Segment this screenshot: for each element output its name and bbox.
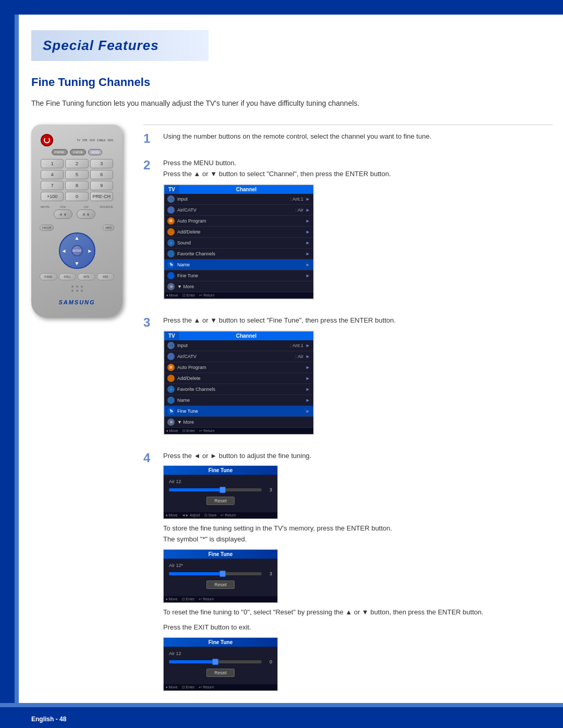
info-button[interactable]: INFO <box>103 225 114 231</box>
adddelete-icon-2 <box>167 375 175 382</box>
ft-header-2: Fine Tune <box>164 550 277 559</box>
favch-button[interactable]: FAV.CH <box>40 225 54 231</box>
mts-button[interactable]: MTS <box>78 273 95 280</box>
step-4-text-1: Press the ◄ or ► button to adjust the fi… <box>163 451 553 462</box>
num-7[interactable]: 7 <box>41 181 64 190</box>
aircatv-value-2: : Air <box>296 354 304 359</box>
ft-slider-2: 3 <box>169 571 272 576</box>
finetune-icon-2: 📡 <box>167 408 175 415</box>
num-9[interactable]: 9 <box>90 181 113 190</box>
enter-button[interactable]: ENTER <box>71 245 83 256</box>
num-3[interactable]: 3 <box>90 159 113 168</box>
name-icon-2 <box>167 397 175 404</box>
num-6[interactable]: 6 <box>90 170 113 179</box>
finetune-arrow-2: ► <box>305 409 310 414</box>
sound-icon: ♪ <box>167 239 175 246</box>
num-5[interactable]: 5 <box>65 170 88 179</box>
sound-icon-2: ♪ <box>167 386 175 393</box>
mute-label: MUTE <box>41 205 50 208</box>
aircatv-value: : Air <box>296 207 304 213</box>
input-value-2: : Ant.1 <box>290 343 304 348</box>
remote-container: TV STB VCR CABLE DVD P.MODE S.MODE MODE … <box>31 125 128 318</box>
ch-rocker[interactable]: ∧ ∨ <box>77 209 95 219</box>
step-3-content: Press the ▲ or ▼ button to select "Fine … <box>163 315 553 439</box>
tv-row-input-2: 📺 Input : Ant.1 ► <box>164 340 313 351</box>
ft-body-2: Air 12* 3 Reset <box>164 559 277 596</box>
tv-row-name-2: Name ► <box>164 395 313 406</box>
num-0[interactable]: 0 <box>65 192 88 201</box>
tv-screen-1-header: TV Channel <box>164 185 313 194</box>
input-label-2: Input <box>177 343 290 348</box>
control-center: FAV.CH INFO ▲ ▼ ◄ ► ENTER <box>36 221 117 271</box>
num-1[interactable]: 1 <box>41 159 64 168</box>
page-title: Special Features <box>43 38 197 54</box>
name-icon: 📡 <box>167 261 175 268</box>
step-3: 3 Press the ▲ or ▼ button to select "Fin… <box>143 315 553 439</box>
dpad-left[interactable]: ◄ <box>62 248 67 254</box>
input-label: Input <box>177 196 290 202</box>
ft-reset-btn-1[interactable]: Reset <box>206 497 235 505</box>
footer-return-1: ↩ Return <box>199 293 214 298</box>
ft-track-2[interactable] <box>169 572 262 575</box>
step-1: 1 Using the number buttons on the remote… <box>143 131 553 146</box>
tv-row-name: 📡 Name ► <box>164 260 313 270</box>
tv-screen-1: TV Channel 📺 Input : Ant.1 ► <box>163 184 314 300</box>
psize-button[interactable]: P.SIZE <box>40 273 57 280</box>
favchannels-arrow: ► <box>305 251 310 256</box>
number-grid: 1 2 3 4 5 6 7 8 9 +100 0 PRE-CH <box>36 157 117 203</box>
step-2: 2 Press the MENU button. Press the ▲ or … <box>143 158 553 304</box>
footer-move-2: ♦ Move <box>166 429 178 433</box>
tv-row-aircatv-2: Air/CATV : Air ► <box>164 351 313 362</box>
ft-value-3: 0 <box>265 659 272 664</box>
dpad-down[interactable]: ▼ <box>75 261 80 266</box>
input-icon: 📺 <box>167 195 175 203</box>
ft-reset-btn-2[interactable]: Reset <box>206 581 235 589</box>
autoprogram-label: Auto Program <box>177 218 303 224</box>
ft-reset-btn-3[interactable]: Reset <box>206 669 235 677</box>
left-bar-accent <box>15 0 19 728</box>
num-prech[interactable]: PRE-CH <box>90 192 113 201</box>
vol-rocker[interactable]: ∧ ∨ <box>54 209 72 219</box>
dpad: ▲ ▼ ◄ ► ENTER <box>59 232 95 269</box>
ft-header-3: Fine Tune <box>164 638 277 647</box>
adddelete-label-2: Add/Delete <box>177 376 303 381</box>
more-label-2: ▼ More <box>177 419 310 425</box>
dpad-up[interactable]: ▲ <box>75 235 80 241</box>
function-buttons: P.SIZE STILL MTS SRS <box>36 271 117 282</box>
pmode-button[interactable]: P.MODE <box>52 149 68 155</box>
tv-row-autoprog-2: 🖼 Auto Program ► <box>164 362 313 373</box>
input-icon-2: 📺 <box>167 342 175 349</box>
tv-row-sound: ♪ Sound ► <box>164 238 313 249</box>
step-2-content: Press the MENU button. Press the ▲ or ▼ … <box>163 158 553 304</box>
num-2[interactable]: 2 <box>65 159 88 168</box>
ft-footer-3: ♦ Move ⊡ Enter ↩ Return <box>164 684 277 690</box>
ft-track-1[interactable] <box>169 488 262 491</box>
fine-tune-screen-1: Fine Tune Air 12 3 <box>163 465 278 519</box>
ft-footer-2: ♦ Move ⊡ Enter ↩ Return <box>164 596 277 602</box>
tv-header-channel-1: Channel <box>179 185 313 194</box>
picture-icon: 🖼 <box>167 217 175 225</box>
ft-value-1: 3 <box>265 487 272 492</box>
ft-value-2: 3 <box>265 571 272 576</box>
power-button[interactable] <box>41 134 53 146</box>
ft-track-3[interactable] <box>169 660 262 663</box>
setup-icon: ⚙ <box>167 283 175 290</box>
still-button[interactable]: STILL <box>59 273 77 280</box>
footer-enter-2: ⊡ Enter <box>182 429 195 433</box>
top-bar <box>0 0 563 15</box>
num-8[interactable]: 8 <box>65 181 88 190</box>
dpad-right[interactable]: ► <box>88 248 93 254</box>
smode-button[interactable]: S.MODE <box>70 149 87 155</box>
mode-button[interactable]: MODE <box>88 149 102 155</box>
num-plus100[interactable]: +100 <box>41 192 64 201</box>
intro-text: The Fine Tuning function lets you manual… <box>31 97 459 109</box>
num-4[interactable]: 4 <box>41 170 64 179</box>
tv-screen-2-body: 📺 Input : Ant.1 ► Air/CATV : Air ► <box>164 340 313 428</box>
step-3-text: Press the ▲ or ▼ button to select "Fine … <box>163 315 553 326</box>
srs-button[interactable]: SRS <box>97 273 115 280</box>
tv-row-sound-2: ♪ Favorite Channels ► <box>164 384 313 395</box>
adddelete-label: Add/Delete <box>177 229 303 235</box>
adddelete-arrow: ► <box>305 229 310 235</box>
aircatv-arrow: ► <box>305 207 310 213</box>
aircatv-icon-2 <box>167 353 175 360</box>
